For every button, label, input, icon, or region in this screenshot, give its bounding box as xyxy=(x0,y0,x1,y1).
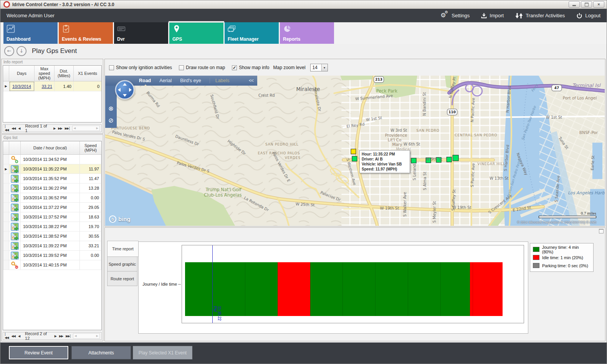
back-button[interactable]: ← xyxy=(4,46,14,56)
route-point-marker[interactable] xyxy=(411,158,416,163)
gps-row[interactable]: 10/3/2014 11:37:22 PM29.05 xyxy=(3,203,101,212)
row-marker xyxy=(3,203,9,212)
gps-row[interactable]: 10/3/2014 11:39:52 PM0.00 xyxy=(3,251,101,260)
route-point-marker[interactable] xyxy=(352,156,357,161)
col-days[interactable]: Days xyxy=(9,66,35,81)
map[interactable]: 21311047 MiralesteCrest RdBurma RdSouthf… xyxy=(105,76,605,226)
gps-date: 10/3/2014 11:40:15 PM xyxy=(21,260,80,270)
tab-dashboard[interactable]: Dashboard xyxy=(3,22,58,44)
gps-row[interactable]: ▶10/3/2014 11:35:22 PM11.97 xyxy=(3,164,101,174)
col-speed[interactable]: Speed (MPH) xyxy=(80,141,101,154)
review-event-button[interactable]: Review Event xyxy=(9,346,68,359)
chart-panel-maximize-button[interactable] xyxy=(599,229,604,233)
max-speed-link[interactable]: 33.21 xyxy=(41,84,52,89)
gps-row[interactable]: 10/3/2014 11:40:15 PM xyxy=(3,260,101,270)
chart-gridline xyxy=(245,262,245,316)
gps-speed xyxy=(80,260,101,270)
pager-first-button[interactable]: |◀◀ xyxy=(5,125,9,132)
pager-fast-next-button[interactable]: ▶▶ xyxy=(58,127,62,130)
gps-row[interactable]: 10/3/2014 11:37:52 PM18.63 xyxy=(3,212,101,222)
col-x1-events[interactable]: X1 Events xyxy=(74,66,101,81)
map-label: Providence xyxy=(385,133,407,137)
gps-row[interactable]: 10/3/2014 11:36:22 PM13.28 xyxy=(3,184,101,193)
import-button[interactable]: Import xyxy=(481,13,504,18)
gps-row[interactable]: 10/3/2014 11:38:52 PM30.55 xyxy=(3,232,101,241)
info-report-row[interactable]: ▶ 10/3/2014 33.21 1.40 0 xyxy=(3,81,101,91)
gps-row[interactable]: 10/3/2014 11:35:52 PM11.47 xyxy=(3,174,101,184)
close-button[interactable]: × xyxy=(593,1,604,8)
zoom-out-icon[interactable]: ⊖ xyxy=(107,116,116,125)
tab-speed-graphic[interactable]: Speed graphic xyxy=(107,257,137,271)
window-title: Idrive Control Center - 3.0.2 version - … xyxy=(12,2,114,7)
gps-row[interactable]: 10/3/2014 11:38:22 PM19.70 xyxy=(3,222,101,232)
gps-speed: 29.05 xyxy=(80,203,101,212)
tab-gps[interactable]: GPS xyxy=(169,22,223,44)
tab-events-reviews[interactable]: Events & Reviews xyxy=(59,22,113,44)
row-marker xyxy=(3,232,9,241)
col-max-speed[interactable]: Max speed (MPH) xyxy=(35,66,55,81)
checkbox-box[interactable]: ✓ xyxy=(232,65,237,70)
map-style-birds-eye[interactable]: Bird's eye xyxy=(180,78,201,83)
map-zoom-select[interactable]: 14 ▼ xyxy=(310,64,328,71)
pager-fast-prev-button[interactable]: ◀◀ xyxy=(12,127,15,130)
attachments-button[interactable]: Attachments xyxy=(71,346,131,359)
key-off-icon xyxy=(9,260,21,270)
tab-time-report[interactable]: Time report xyxy=(107,241,139,257)
checkbox-box[interactable] xyxy=(179,65,184,70)
collapse-down-button[interactable]: ↓ xyxy=(17,46,26,56)
map-info-tooltip: Hour: 11:35:22 PM Driver: Al B Vehicle: … xyxy=(359,150,410,173)
gps-list-pager: |◀◀ ◀◀ ◀ Record 2 of 12 ▶ ▶▶ ▶▶| ◀▶ xyxy=(3,332,102,340)
settings-button[interactable]: ⚙⚙ Settings xyxy=(440,12,470,19)
pager-last-button[interactable]: ▶▶| xyxy=(66,334,70,338)
map-compass-control[interactable] xyxy=(114,79,135,100)
checkbox-show-map-info[interactable]: ✓ Show map info xyxy=(232,65,269,70)
bing-map-canvas[interactable]: 21311047 MiralesteCrest RdBurma RdSouthf… xyxy=(105,76,605,226)
pager-fast-prev-button[interactable]: ◀◀ xyxy=(12,334,15,338)
tab-fleet-manager[interactable]: Fleet Manager xyxy=(225,22,279,44)
map-style-aerial[interactable]: Aerial xyxy=(159,78,172,83)
route-point-marker[interactable] xyxy=(453,155,458,161)
pager-next-button[interactable]: ▶ xyxy=(53,127,55,130)
col-dist[interactable]: Dist. (Miles) xyxy=(55,66,74,81)
checkbox-draw-route[interactable]: Draw route on map xyxy=(179,65,225,70)
pager-last-button[interactable]: ▶▶| xyxy=(65,127,69,130)
chart-plot-area: 11:35:22 PM xyxy=(182,245,524,323)
map-label: W 19th St xyxy=(380,206,399,210)
route-point-marker[interactable] xyxy=(351,149,356,154)
pager-prev-button[interactable]: ◀ xyxy=(18,334,20,338)
checkbox-ignition[interactable]: Show only ignition activities xyxy=(109,65,172,70)
tab-route-report[interactable]: Route report xyxy=(107,271,137,286)
map-style-labels[interactable]: Labels xyxy=(210,78,230,83)
maximize-button[interactable] xyxy=(581,1,592,8)
days-link[interactable]: 10/3/2014 xyxy=(12,84,31,89)
pager-scrollbar[interactable]: ◀▶ xyxy=(73,333,100,339)
row-marker xyxy=(3,260,9,270)
transfer-activities-button[interactable]: Transfer Activities xyxy=(515,13,565,19)
map-style-road[interactable]: Road xyxy=(139,78,151,83)
zoom-in-icon[interactable]: ⊕ xyxy=(107,104,116,113)
route-shield-213: 213 xyxy=(374,76,384,83)
bing-bar-collapse-button[interactable]: << xyxy=(249,78,253,83)
tab-reports[interactable]: Reports xyxy=(280,22,334,44)
pager-scrollbar[interactable]: ◀▶ xyxy=(72,126,100,131)
gps-list-title: Gps list xyxy=(3,135,18,140)
chart-gridline xyxy=(375,262,375,316)
row-marker xyxy=(3,155,9,164)
map-label: S Meyler St xyxy=(432,201,437,223)
map-label: W 9th St xyxy=(426,157,442,161)
pager-prev-button[interactable]: ◀ xyxy=(18,127,20,130)
gps-row[interactable]: 10/3/2014 11:39:22 PM33.21 xyxy=(3,241,101,251)
logout-button[interactable]: Logout xyxy=(576,13,600,19)
minimize-button[interactable] xyxy=(569,1,580,8)
pager-first-button[interactable]: |◀◀ xyxy=(5,333,9,339)
gps-row[interactable]: 10/3/2014 11:34:52 PM xyxy=(3,155,101,164)
pager-next-button[interactable]: ▶ xyxy=(55,334,56,338)
checkbox-box[interactable] xyxy=(109,65,114,70)
play-selected-x1-event-button[interactable]: Play Selected X1 Event xyxy=(133,346,192,359)
pager-fast-next-button[interactable]: ▶▶ xyxy=(59,334,63,338)
info-report-table: Days Max speed (MPH) Dist. (Miles) X1 Ev… xyxy=(3,65,102,122)
gps-row[interactable]: 10/3/2014 11:36:52 PM0.00 xyxy=(3,193,101,203)
route-point-marker[interactable] xyxy=(447,157,452,162)
col-date-hour[interactable]: Date / hour (local) xyxy=(21,141,80,154)
tab-dvr[interactable]: Dvr xyxy=(114,22,168,44)
